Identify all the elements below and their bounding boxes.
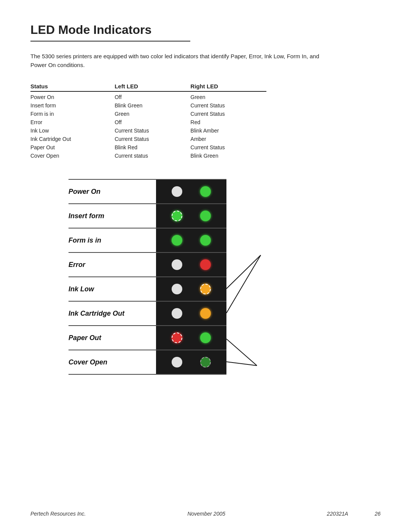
diagram-label-row: Ink Low [68, 277, 156, 302]
diagram-label-row: Form is in [68, 228, 156, 253]
page-title: LED Mode Indicators [30, 23, 381, 37]
table-cell: Cover Open [30, 152, 115, 160]
table-cell: Blink Green [191, 152, 266, 160]
left-led-dot [172, 284, 182, 294]
table-cell: Error [30, 118, 115, 126]
table-cell: Current Status [191, 101, 266, 110]
footer: Pertech Resources Inc. November 2005 220… [30, 511, 381, 517]
table-cell: Blink Amber [191, 126, 266, 135]
right-led-dot [200, 235, 211, 246]
diagram-led-row [156, 326, 226, 350]
title-divider [30, 41, 190, 42]
arrow-lines [226, 179, 272, 374]
svg-line-3 [226, 362, 257, 366]
table-row: Form is inGreenCurrent Status [30, 110, 266, 118]
table-row: ErrorOffRed [30, 118, 266, 126]
diagram-labels: Power OnInsert formForm is inErrorInk Lo… [68, 179, 156, 375]
col-header-left-led: Left LED [115, 83, 190, 91]
left-led-dot [172, 259, 182, 270]
right-led-dot [200, 259, 211, 270]
table-cell: Ink Cartridge Out [30, 135, 115, 143]
diagram-label-row: Error [68, 253, 156, 277]
diagram-led-row [156, 204, 226, 228]
table-row: Ink LowCurrent StatusBlink Amber [30, 126, 266, 135]
diagram-leds [156, 179, 226, 375]
diagram-led-row [156, 350, 226, 375]
page: LED Mode Indicators The 5300 series prin… [0, 0, 411, 532]
left-led-dot [172, 332, 182, 343]
table-cell: Ink Low [30, 126, 115, 135]
diagram-led-row [156, 228, 226, 253]
intro-text: The 5300 series printers are equipped wi… [30, 52, 327, 69]
right-led-dot [200, 284, 211, 294]
left-led-dot [172, 186, 182, 197]
table-cell: Paper Out [30, 143, 115, 152]
diagram-label-row: Cover Open [68, 350, 156, 375]
diagram-led-row [156, 302, 226, 326]
right-led-dot [200, 186, 211, 197]
table-cell: Blink Green [115, 101, 190, 110]
table-row: Power OnOffGreen [30, 91, 266, 101]
diagram-label-row: Paper Out [68, 326, 156, 350]
left-led-dot [172, 357, 182, 367]
table-cell: Green [191, 91, 266, 101]
diagram-label-row: Ink Cartridge Out [68, 302, 156, 326]
table-cell: Current Status [115, 126, 190, 135]
table-row: Insert formBlink GreenCurrent Status [30, 101, 266, 110]
table-row: Ink Cartridge OutCurrent StatusAmber [30, 135, 266, 143]
table-cell: Current Status [191, 110, 266, 118]
footer-left: Pertech Resources Inc. [30, 511, 86, 517]
table-cell: Off [115, 118, 190, 126]
left-led-dot [172, 235, 182, 246]
table-cell: Current Status [115, 135, 190, 143]
diagram-label-row: Power On [68, 180, 156, 204]
table-cell: Current Status [191, 143, 266, 152]
right-led-dot [200, 332, 211, 343]
table-cell: Amber [191, 135, 266, 143]
right-led-dot [200, 308, 211, 319]
left-led-dot [172, 211, 182, 221]
status-table: Status Left LED Right LED Power OnOffGre… [30, 83, 266, 160]
left-led-dot [172, 308, 182, 319]
table-cell: Form is in [30, 110, 115, 118]
table-cell: Red [191, 118, 266, 126]
table-cell: Off [115, 91, 190, 101]
table-cell: Green [115, 110, 190, 118]
svg-line-2 [226, 339, 257, 366]
col-header-right-led: Right LED [191, 83, 266, 91]
table-cell: Insert form [30, 101, 115, 110]
diagram-led-row [156, 277, 226, 302]
footer-center: November 2005 [187, 511, 225, 517]
table-cell: Current status [115, 152, 190, 160]
table-cell: Blink Red [115, 143, 190, 152]
right-led-dot [200, 211, 211, 221]
diagram-label-row: Insert form [68, 204, 156, 228]
table-cell: Power On [30, 91, 115, 101]
diagram-led-row [156, 180, 226, 204]
led-diagram: Power OnInsert formForm is inErrorInk Lo… [68, 179, 381, 375]
table-row: Cover OpenCurrent statusBlink Green [30, 152, 266, 160]
table-row: Paper OutBlink RedCurrent Status [30, 143, 266, 152]
col-header-status: Status [30, 83, 115, 91]
right-led-dot [200, 357, 211, 367]
footer-right: 220321A 26 [327, 511, 381, 517]
diagram-led-row [156, 253, 226, 277]
